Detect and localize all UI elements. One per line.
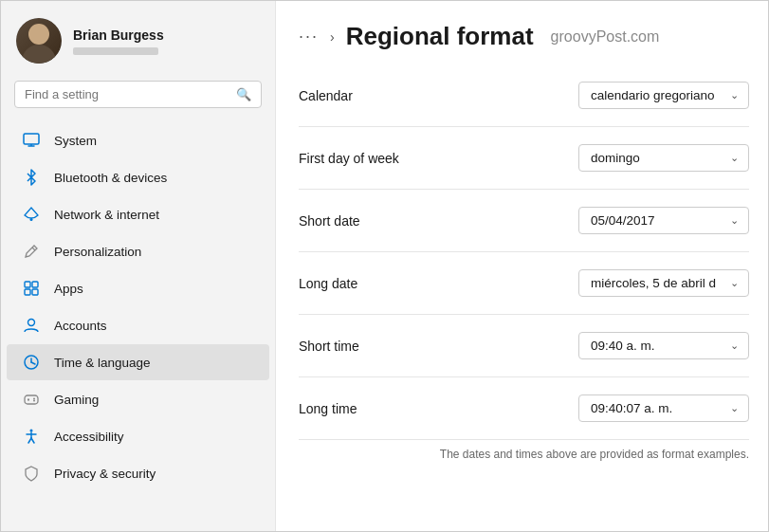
sidebar-item-apps[interactable]: Apps — [7, 270, 269, 306]
sidebar-item-system[interactable]: System — [7, 122, 269, 158]
sidebar-item-accounts-label: Accounts — [54, 319, 107, 333]
svg-rect-8 — [32, 289, 38, 295]
user-info: Brian Burgess — [73, 28, 164, 55]
svg-line-21 — [28, 438, 31, 443]
svg-rect-13 — [25, 395, 38, 404]
svg-point-3 — [30, 218, 33, 221]
gaming-icon — [22, 390, 41, 409]
sidebar-item-accessibility[interactable]: Accessibility — [7, 418, 269, 454]
brand-label: groovyPost.com — [551, 28, 660, 46]
sidebar-item-time-label: Time & language — [54, 356, 151, 370]
chevron-down-icon: ⌄ — [730, 402, 739, 414]
svg-line-4 — [32, 248, 35, 250]
setting-label-short-time: Short time — [299, 339, 359, 354]
sidebar-item-network[interactable]: Network & internet — [7, 196, 269, 232]
svg-point-18 — [30, 430, 33, 432]
svg-line-22 — [31, 438, 34, 443]
sidebar-item-network-label: Network & internet — [54, 208, 159, 222]
svg-rect-7 — [25, 289, 30, 295]
avatar — [16, 18, 62, 64]
footer-note: The dates and times above are provided a… — [299, 440, 749, 465]
setting-control-short-date: 05/04/2017 ⌄ — [578, 207, 749, 234]
svg-point-17 — [33, 400, 35, 402]
sidebar-item-personalization[interactable]: Personalization — [7, 233, 269, 269]
svg-point-16 — [33, 398, 35, 400]
svg-rect-6 — [32, 282, 38, 287]
main-content: ··· › Regional format groovyPost.com Cal… — [276, 1, 768, 531]
sidebar-item-personalization-label: Personalization — [54, 245, 141, 259]
user-status-bar — [73, 47, 158, 55]
search-icon: 🔍 — [236, 87, 251, 101]
breadcrumb-chevron: › — [330, 29, 335, 45]
accounts-icon — [22, 316, 41, 335]
time-icon — [22, 353, 41, 372]
dropdown-calendar-value: calendario gregoriano — [591, 88, 724, 102]
setting-label-calendar: Calendar — [299, 88, 353, 103]
setting-control-first-day: domingo ⌄ — [578, 144, 749, 172]
svg-rect-0 — [24, 134, 39, 144]
setting-label-long-date: Long date — [299, 276, 357, 291]
settings-list: Calendar calendario gregoriano ⌄ First d… — [276, 64, 768, 531]
setting-row-first-day: First day of week domingo ⌄ — [299, 127, 749, 190]
setting-row-long-time: Long time 09:40:07 a. m. ⌄ — [299, 377, 749, 440]
dropdown-first-day-value: domingo — [591, 151, 724, 165]
setting-control-calendar: calendario gregoriano ⌄ — [578, 82, 749, 109]
sidebar: Brian Burgess 🔍 Sys — [1, 1, 276, 531]
system-icon — [22, 131, 41, 150]
svg-line-12 — [31, 362, 35, 364]
sidebar-item-bluetooth-label: Bluetooth & devices — [54, 171, 167, 185]
setting-row-short-time: Short time 09:40 a. m. ⌄ — [299, 315, 749, 377]
dropdown-long-time-value: 09:40:07 a. m. — [591, 401, 724, 415]
personalization-icon — [22, 242, 41, 261]
dropdown-first-day[interactable]: domingo ⌄ — [578, 144, 749, 172]
search-box[interactable]: 🔍 — [14, 81, 262, 108]
chevron-down-icon: ⌄ — [730, 152, 739, 164]
chevron-down-icon: ⌄ — [730, 339, 739, 352]
sidebar-item-system-label: System — [54, 134, 97, 148]
sidebar-item-bluetooth[interactable]: Bluetooth & devices — [7, 159, 269, 195]
sidebar-item-privacy[interactable]: Privacy & security — [7, 455, 269, 491]
dropdown-short-date-value: 05/04/2017 — [591, 213, 724, 228]
sidebar-item-accounts[interactable]: Accounts — [7, 307, 269, 343]
sidebar-item-gaming-label: Gaming — [54, 393, 99, 407]
setting-row-short-date: Short date 05/04/2017 ⌄ — [299, 190, 749, 252]
accessibility-icon — [22, 427, 41, 446]
dropdown-short-time-value: 09:40 a. m. — [591, 339, 724, 353]
setting-row-long-date: Long date miércoles, 5 de abril d ⌄ — [299, 252, 749, 315]
setting-control-long-date: miércoles, 5 de abril d ⌄ — [578, 269, 749, 297]
sidebar-item-accessibility-label: Accessibility — [54, 430, 124, 444]
search-container: 🔍 — [1, 77, 275, 118]
svg-rect-5 — [25, 282, 30, 287]
dropdown-long-time[interactable]: 09:40:07 a. m. ⌄ — [578, 394, 749, 422]
sidebar-item-gaming[interactable]: Gaming — [7, 381, 269, 417]
chevron-down-icon: ⌄ — [730, 277, 739, 289]
dropdown-long-date[interactable]: miércoles, 5 de abril d ⌄ — [578, 269, 749, 297]
setting-label-long-time: Long time — [299, 401, 357, 416]
setting-label-short-date: Short date — [299, 213, 360, 229]
sidebar-item-time[interactable]: Time & language — [7, 344, 269, 380]
search-input[interactable] — [25, 87, 229, 101]
dropdown-calendar[interactable]: calendario gregoriano ⌄ — [578, 82, 749, 109]
setting-row-calendar: Calendar calendario gregoriano ⌄ — [299, 64, 749, 127]
dropdown-long-date-value: miércoles, 5 de abril d — [591, 276, 724, 290]
setting-control-long-time: 09:40:07 a. m. ⌄ — [578, 394, 749, 422]
sidebar-item-apps-label: Apps — [54, 282, 83, 296]
user-name: Brian Burgess — [73, 28, 164, 43]
breadcrumb-dots[interactable]: ··· — [299, 27, 319, 46]
apps-icon — [22, 279, 41, 298]
nav-menu: System Bluetooth & devices — [1, 118, 275, 531]
chevron-down-icon: ⌄ — [730, 89, 739, 101]
privacy-icon — [22, 464, 41, 483]
page-header: ··· › Regional format groovyPost.com — [276, 1, 768, 64]
setting-control-short-time: 09:40 a. m. ⌄ — [578, 332, 749, 359]
network-icon — [22, 205, 41, 224]
svg-point-9 — [28, 320, 35, 326]
dropdown-short-date[interactable]: 05/04/2017 ⌄ — [578, 207, 749, 234]
user-profile: Brian Burgess — [1, 1, 275, 77]
chevron-down-icon: ⌄ — [730, 214, 739, 227]
page-title: Regional format — [346, 22, 534, 51]
bluetooth-icon — [22, 168, 41, 187]
setting-label-first-day: First day of week — [299, 151, 399, 166]
sidebar-item-privacy-label: Privacy & security — [54, 467, 156, 481]
dropdown-short-time[interactable]: 09:40 a. m. ⌄ — [578, 332, 749, 359]
